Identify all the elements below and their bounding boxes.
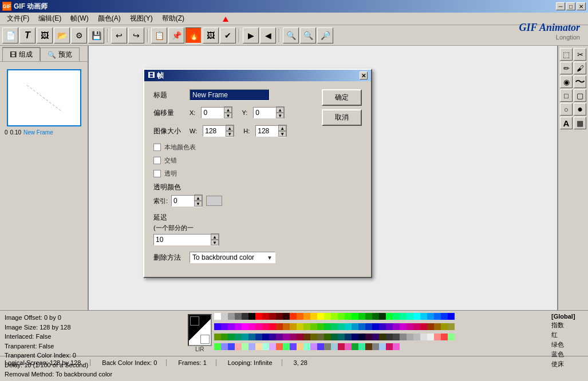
tab-preview[interactable]: 🔍 预览 (40, 47, 80, 61)
palette-cell[interactable] (228, 334, 235, 340)
palette-cell[interactable] (345, 323, 352, 330)
tool-rounded-rect[interactable]: ▢ (574, 89, 586, 102)
tab-compose[interactable]: 🎞 组成 (2, 47, 40, 61)
palette-cell[interactable] (255, 343, 262, 350)
size-h-spin[interactable]: ▲ ▼ (255, 125, 287, 137)
offset-x-down[interactable]: ▼ (224, 113, 232, 118)
offset-x-spinbtns[interactable]: ▲ ▼ (224, 106, 232, 119)
palette-cell[interactable] (379, 343, 386, 350)
palette-cell[interactable] (228, 343, 235, 350)
delay-spin[interactable]: ▲ ▼ (153, 233, 219, 246)
palette-cell[interactable] (324, 334, 331, 340)
palette-cell[interactable] (352, 313, 358, 320)
size-h-input[interactable] (255, 125, 278, 137)
palette-cell[interactable] (317, 323, 324, 330)
removal-select[interactable]: To backbround color ▼ (190, 252, 275, 263)
palette-cell[interactable] (448, 323, 455, 330)
palette-cell[interactable] (331, 313, 338, 320)
palette-cell[interactable] (290, 334, 297, 340)
palette-cell[interactable] (269, 323, 276, 330)
size-w-spin[interactable]: ▲ ▼ (203, 125, 234, 137)
toolbar-zoom-in[interactable]: 🔍 (283, 27, 299, 43)
menu-view[interactable]: 视图(Y) (125, 13, 157, 25)
palette-cell[interactable] (235, 313, 242, 320)
toolbar-save[interactable]: 💾 (88, 27, 104, 43)
tool-circle[interactable]: ● (574, 103, 586, 116)
palette-cell[interactable] (407, 313, 413, 320)
menu-help[interactable]: 帮助(Z) (157, 13, 189, 25)
toolbar-export[interactable]: 🖼 (203, 27, 219, 43)
palette-cell[interactable] (358, 323, 365, 330)
palette-cell[interactable] (255, 313, 262, 320)
toolbar-open[interactable]: 📂 (54, 27, 70, 43)
toolbar-undo[interactable]: ↩ (111, 27, 127, 43)
palette-cell[interactable] (338, 343, 345, 350)
palette-cell[interactable] (434, 334, 441, 340)
palette-cell[interactable] (248, 343, 255, 350)
palette-cell[interactable] (407, 323, 413, 330)
trans-index-spinbtns[interactable]: ▲ ▼ (194, 195, 203, 207)
palette-cell[interactable] (393, 313, 400, 320)
tool-rect[interactable]: □ (560, 89, 573, 102)
palette-cell[interactable] (441, 313, 448, 320)
palette-cell[interactable] (420, 313, 427, 320)
palette-cell[interactable] (248, 313, 255, 320)
palette-cell[interactable] (221, 343, 228, 350)
palette-cell[interactable] (303, 323, 310, 330)
toolbar-active[interactable]: 🔥 (186, 27, 202, 43)
palette-cell[interactable] (303, 313, 310, 320)
palette-cell[interactable] (331, 334, 338, 340)
toolbar-check[interactable]: ✔ (220, 27, 236, 43)
toolbar-play-back[interactable]: ◀ (260, 27, 276, 43)
toolbar-copy[interactable]: 📋 (151, 27, 167, 43)
palette-cell[interactable] (393, 334, 400, 340)
palette-cell[interactable] (386, 334, 393, 340)
palette-cell[interactable] (358, 343, 365, 350)
palette-cell[interactable] (379, 334, 386, 340)
palette-cell[interactable] (400, 323, 407, 330)
palette-cell[interactable] (324, 323, 331, 330)
palette-cell[interactable] (262, 343, 269, 350)
close-button[interactable]: ✕ (577, 2, 586, 10)
palette-cell[interactable] (214, 323, 221, 330)
palette-cell[interactable] (352, 323, 358, 330)
palette-cell[interactable] (242, 313, 248, 320)
menu-file[interactable]: 文件(F) (2, 13, 34, 25)
minimize-button[interactable]: ─ (556, 2, 565, 10)
palette-cell[interactable] (427, 323, 434, 330)
palette-cell[interactable] (255, 323, 262, 330)
palette-cell[interactable] (393, 323, 400, 330)
palette-cell[interactable] (297, 334, 303, 340)
palette-cell[interactable] (283, 323, 290, 330)
palette-cell[interactable] (269, 343, 276, 350)
trans-index-spin[interactable]: ▲ ▼ (171, 195, 203, 207)
palette-cell[interactable] (235, 343, 242, 350)
palette-cell[interactable] (338, 313, 345, 320)
toolbar-text[interactable]: T (19, 27, 35, 43)
palette-cell[interactable] (255, 334, 262, 340)
size-h-spinbtns[interactable]: ▲ ▼ (278, 125, 287, 137)
palette-cell[interactable] (365, 323, 372, 330)
delay-input[interactable] (153, 234, 211, 245)
tool-fill[interactable]: ◉ (560, 76, 573, 88)
offset-x-up[interactable]: ▲ (224, 107, 232, 113)
palette-cell[interactable] (221, 313, 228, 320)
palette-cell[interactable] (235, 334, 242, 340)
palette-cell[interactable] (441, 334, 448, 340)
offset-y-input[interactable] (253, 107, 276, 118)
palette-cell[interactable] (413, 323, 420, 330)
offset-x-input[interactable] (201, 107, 224, 118)
size-w-input[interactable] (203, 125, 226, 137)
palette-cell[interactable] (276, 343, 283, 350)
palette-cell[interactable] (434, 313, 441, 320)
palette-cell[interactable] (248, 334, 255, 340)
toolbar-image[interactable]: 🖼 (37, 27, 53, 43)
offset-y-spin[interactable]: ▲ ▼ (253, 106, 285, 119)
palette-cell[interactable] (242, 343, 248, 350)
trans-index-input[interactable] (171, 195, 194, 207)
palette-cell[interactable] (228, 313, 235, 320)
palette-cell[interactable] (386, 343, 393, 350)
palette-cell[interactable] (338, 323, 345, 330)
palette-cell[interactable] (317, 313, 324, 320)
palette-cell[interactable] (345, 343, 352, 350)
